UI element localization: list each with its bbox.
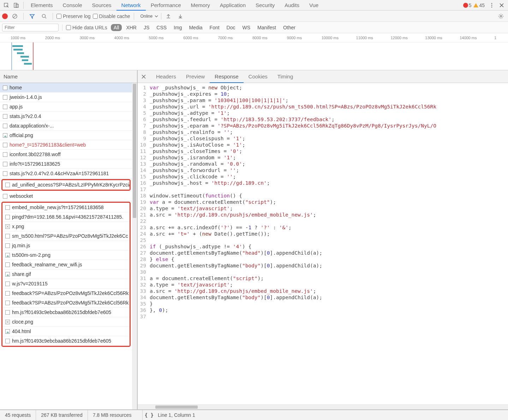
main-tab-elements[interactable]: Elements [26, 0, 58, 11]
disable-cache-checkbox[interactable]: Disable cache [93, 13, 130, 19]
upload-har-icon[interactable] [163, 11, 173, 21]
request-row[interactable]: websocket [0, 191, 132, 201]
request-row[interactable]: hm.js?f01493c9ebcbaa86b2615dbfdeb7e605 [2, 336, 130, 346]
code-line: _pushshowjs_.adtype = '1'; [150, 110, 508, 116]
request-row[interactable]: home [0, 83, 132, 93]
filter-type-js[interactable]: JS [141, 24, 152, 31]
code-line: if (_pushshowjs_.adtype != '4') { [150, 243, 508, 250]
main-tab-application[interactable]: Application [215, 0, 251, 11]
record-icon[interactable] [2, 13, 8, 19]
request-row[interactable]: 404.html [2, 327, 130, 336]
inspect-icon[interactable] [1, 0, 11, 10]
request-name: w.js?v=2019115 [12, 281, 48, 286]
file-icon [5, 301, 10, 305]
vertical-scrollbar[interactable] [132, 83, 137, 409]
filter-type-other[interactable]: Other [280, 24, 298, 31]
hide-data-urls-checkbox[interactable]: Hide data URLs [66, 25, 107, 30]
filter-type-doc[interactable]: Doc [224, 24, 238, 31]
timeline-tick: 6000 ms [183, 36, 198, 40]
main-tab-memory[interactable]: Memory [186, 0, 215, 11]
file-icon [3, 114, 7, 119]
horizontal-scrollbar[interactable] [138, 404, 508, 409]
request-row[interactable]: share.gif [2, 270, 130, 279]
main-tab-sources[interactable]: Sources [87, 0, 116, 11]
request-row[interactable]: info?t=1572961183625 [0, 159, 132, 169]
request-row[interactable]: w.js?v=2019115 [2, 279, 130, 289]
request-row[interactable]: feedback_realname_new_wifi.js [2, 260, 130, 270]
close-detail-icon[interactable] [141, 73, 147, 80]
request-name: official.png [10, 132, 33, 138]
warning-count[interactable]: 45 [479, 2, 485, 8]
request-row[interactable]: pingd?dm=192.168.56.1&pvi=43621572874112… [2, 212, 130, 222]
pretty-print-icon[interactable]: { } [143, 412, 156, 418]
detail-tabs: HeadersPreviewResponseCookiesTiming [138, 70, 508, 83]
filter-input[interactable] [2, 24, 59, 31]
request-row[interactable]: sm_ts500.html?SP=ABzs/PzoPOz8vMg5iTkJ2ek… [2, 231, 130, 241]
request-row[interactable]: home?_t=1572961183&client=web [0, 140, 132, 150]
request-row[interactable]: app.js [0, 102, 132, 112]
main-tab-audits[interactable]: Audits [280, 0, 304, 11]
request-row[interactable]: cloce.png [2, 317, 130, 327]
filter-type-manifest[interactable]: Manifest [255, 24, 279, 31]
file-icon [3, 124, 7, 128]
detail-tab-headers[interactable]: Headers [151, 70, 181, 83]
filter-type-media[interactable]: Media [186, 24, 205, 31]
request-row[interactable]: embed_mobile_new.js?t=1572961183658 [2, 203, 130, 212]
timeline-tick: 4000 ms [114, 36, 129, 40]
request-name: jq.min.js [12, 243, 30, 248]
response-code-viewer[interactable]: 1234567891011121314151617181920212223242… [138, 83, 508, 404]
throttle-select[interactable]: Online [138, 13, 162, 19]
kebab-menu-icon[interactable] [487, 0, 497, 10]
request-name: iconfont.3b022788.woff [10, 152, 61, 157]
main-tab-console[interactable]: Console [58, 0, 87, 11]
detail-tab-response[interactable]: Response [210, 70, 244, 83]
download-har-icon[interactable] [175, 11, 185, 21]
settings-gear-icon[interactable] [496, 11, 506, 21]
filter-type-all[interactable]: All [111, 24, 122, 31]
request-row[interactable]: stats.js?v2.0.4?v2.0.4&cHVzaA=1572961181 [0, 169, 132, 178]
request-row[interactable]: x.png [2, 222, 130, 231]
detail-tab-preview[interactable]: Preview [181, 70, 210, 83]
code-line: a.type = 'text/javascript'; [150, 282, 508, 288]
request-row[interactable]: iconfont.3b022788.woff [0, 150, 132, 159]
filter-type-font[interactable]: Font [207, 24, 222, 31]
main-tab-security[interactable]: Security [251, 0, 280, 11]
request-row[interactable]: ts500m-sm-2.png [2, 250, 130, 260]
filter-type-img[interactable]: Img [171, 24, 185, 31]
waterfall-overview[interactable]: 1000 ms2000 ms3000 ms4000 ms5000 ms6000 … [0, 33, 508, 70]
clear-icon[interactable] [10, 11, 20, 21]
status-resources: 7.8 MB resources [88, 410, 143, 420]
search-icon[interactable] [39, 11, 49, 21]
main-tab-network[interactable]: Network [116, 0, 146, 11]
request-row[interactable]: stats.js?v2.0.4 [0, 112, 132, 121]
svg-point-5 [491, 6, 492, 7]
preserve-log-checkbox[interactable]: Preserve log [56, 13, 91, 19]
filter-type-ws[interactable]: WS [240, 24, 253, 31]
request-row[interactable]: feedback?SP=ABzs/PzoPOz8vMg5iTkJ2ek6Ccl5… [2, 289, 130, 298]
filter-icon[interactable] [27, 11, 37, 21]
timeline-tick: 2000 ms [45, 36, 60, 40]
filter-type-css[interactable]: CSS [154, 24, 169, 31]
detail-tab-timing[interactable]: Timing [273, 70, 298, 83]
request-row[interactable]: jq.min.js [2, 241, 130, 250]
device-toggle-icon[interactable] [11, 0, 21, 10]
request-name: data:application/x-... [10, 123, 54, 129]
request-row[interactable]: feedback?SP=ABzs/PzoPOz8vMg5iTkJ2ek6Ccl5… [2, 298, 130, 308]
file-icon [3, 105, 7, 109]
request-row[interactable]: jweixin-1.4.0.js [0, 93, 132, 102]
line-number: 5 [138, 110, 146, 116]
file-icon [5, 282, 10, 286]
main-tab-performance[interactable]: Performance [146, 0, 186, 11]
filter-type-xhr[interactable]: XHR [123, 24, 139, 31]
detail-tab-cookies[interactable]: Cookies [244, 70, 273, 83]
request-row[interactable]: data:application/x-... [0, 121, 132, 131]
error-count[interactable]: 5 [469, 2, 472, 8]
close-devtools-icon[interactable] [497, 0, 507, 10]
request-name: embed_mobile_new.js?t=1572961183658 [12, 205, 104, 210]
request-row[interactable]: official.png [0, 131, 132, 140]
request-row[interactable]: ad_unified_access?SP=ABzs/LzIPPyMrKz8rKy… [2, 180, 130, 190]
name-column-header[interactable]: Name [0, 70, 137, 83]
code-line: document.getElementsByTagName("head")[0]… [150, 250, 508, 256]
request-row[interactable]: hm.js?f01493c9ebcbaa86b2615dbfdeb7e605 [2, 308, 130, 317]
main-tab-vue[interactable]: Vue [304, 0, 323, 11]
